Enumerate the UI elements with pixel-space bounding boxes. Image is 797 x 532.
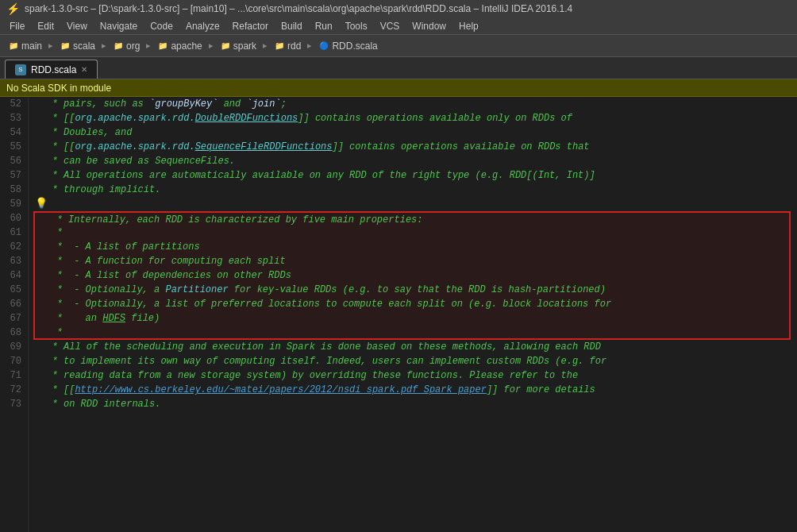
nav-file-label: RDD.scala [332,40,377,52]
line-number: 55 [6,140,21,154]
folder-icon: 📁 [8,40,19,52]
code-line: * on RDD internals. [35,397,791,411]
code-line: * - A function for computing each split [33,254,791,268]
code-line: * Internally, each RDD is characterized … [33,211,791,226]
code-line: * [33,326,791,340]
menu-build[interactable]: Build [275,17,309,34]
code-line: * an HDFS file) [33,311,791,326]
nav-rdd-label: rdd [287,40,301,52]
folder-icon: 📁 [274,40,285,52]
file-icon: 🔵 [318,40,329,52]
nav-main[interactable]: 📁 main [5,39,45,53]
folder-icon: 📁 [220,40,231,52]
line-number: 53 [6,111,21,125]
line-number: 65 [6,283,21,297]
line-number: 60 [6,211,21,226]
code-line: * [33,226,791,240]
code-line: * reading data from a new storage system… [35,368,791,383]
line-number: 68 [6,326,21,340]
nav-sep-2: ▸ [102,40,106,51]
tab-file-icon: S [15,64,26,75]
tab-label: RDD.scala [31,64,76,75]
line-number: 67 [6,311,21,326]
app-icon: ⚡ [6,2,20,15]
code-line: * - A list of partitions [33,240,791,254]
code-content[interactable]: * pairs, such as `groupByKey` and `join`… [29,97,797,532]
code-line: 💡 [35,197,791,211]
line-number: 57 [6,168,21,183]
code-line: * [[http://www.cs.berkeley.edu/~matei/pa… [35,383,791,397]
title-bar: ⚡ spark-1.3.0-src – [D:\spark-1.3.0-src]… [0,0,797,17]
folder-icon: 📁 [60,40,71,52]
line-number: 73 [6,397,21,411]
nav-rddscala[interactable]: 🔵 RDD.scala [315,39,380,53]
nav-rdd[interactable]: 📁 rdd [271,39,304,53]
line-number: 52 [6,97,21,111]
code-line: * to implement its own way of computing … [35,354,791,368]
nav-apache-label: apache [171,40,202,52]
menu-window[interactable]: Window [406,17,452,34]
nav-org-label: org [126,40,140,52]
nav-scala-label: scala [73,40,95,52]
menu-help[interactable]: Help [452,17,485,34]
menu-run[interactable]: Run [309,17,339,34]
nav-sep-6: ▸ [307,40,312,51]
nav-sep-5: ▸ [263,40,268,51]
menu-edit[interactable]: Edit [31,17,60,34]
code-line: * can be saved as SequenceFiles. [35,154,791,168]
line-number: 71 [6,368,21,383]
code-line: * - A list of dependencies on other RDDs [33,268,791,283]
menu-code[interactable]: Code [144,17,179,34]
line-number: 58 [6,183,21,197]
line-number: 72 [6,383,21,397]
warning-text: No Scala SDK in module [6,83,111,94]
nav-org[interactable]: 📁 org [110,39,143,53]
code-line: * [[org.apache.spark.rdd.SequenceFileRDD… [35,140,791,154]
code-line: * - Optionally, a Partitioner for key-va… [33,283,791,297]
code-line: * All of the scheduling and execution in… [35,340,791,354]
line-number: 70 [6,354,21,368]
menu-analyze[interactable]: Analyze [179,17,226,34]
warning-bar: No Scala SDK in module [0,79,797,97]
line-number: 69 [6,340,21,354]
menu-tools[interactable]: Tools [339,17,374,34]
tab-rddscala[interactable]: S RDD.scala ✕ [5,60,98,79]
nav-scala[interactable]: 📁 scala [56,39,98,53]
code-line: * - Optionally, a list of preferred loca… [33,297,791,311]
code-line: * [[org.apache.spark.rdd.DoubleRDDFuncti… [35,111,791,125]
line-number: 66 [6,297,21,311]
code-line: * All operations are automatically avail… [35,168,791,183]
menu-navigate[interactable]: Navigate [94,17,144,34]
code-line: * pairs, such as `groupByKey` and `join`… [35,97,791,111]
nav-bar: 📁 main ▸ 📁 scala ▸ 📁 org ▸ 📁 apache ▸ 📁 … [0,35,797,57]
tab-close-button[interactable]: ✕ [81,65,87,74]
nav-sep-4: ▸ [209,40,214,51]
line-number: 62 [6,240,21,254]
menu-refactor[interactable]: Refactor [226,17,275,34]
nav-sep-3: ▸ [146,40,151,51]
menu-view[interactable]: View [60,17,94,34]
menu-bar: File Edit View Navigate Code Analyze Ref… [0,17,797,35]
line-number: 59 [6,197,21,211]
folder-icon: 📁 [113,40,124,52]
menu-vcs[interactable]: VCS [374,17,406,34]
line-numbers: 5253545556575859606162636465666768697071… [0,97,29,532]
nav-spark[interactable]: 📁 spark [217,39,260,53]
line-number: 56 [6,154,21,168]
code-line: * through implicit. [35,183,791,197]
line-number: 64 [6,268,21,283]
title-text: spark-1.3.0-src – [D:\spark-1.3.0-src] –… [25,3,572,14]
folder-icon: 📁 [157,40,168,52]
nav-spark-label: spark [233,40,256,52]
nav-sep-1: ▸ [48,40,53,51]
line-number: 54 [6,125,21,140]
line-number: 63 [6,254,21,268]
tab-bar: S RDD.scala ✕ [0,57,797,79]
code-line: * Doubles, and [35,125,791,140]
menu-file[interactable]: File [3,17,31,34]
nav-apache[interactable]: 📁 apache [154,39,205,53]
nav-main-label: main [21,40,42,52]
line-number: 61 [6,226,21,240]
code-area: 5253545556575859606162636465666768697071… [0,97,797,532]
